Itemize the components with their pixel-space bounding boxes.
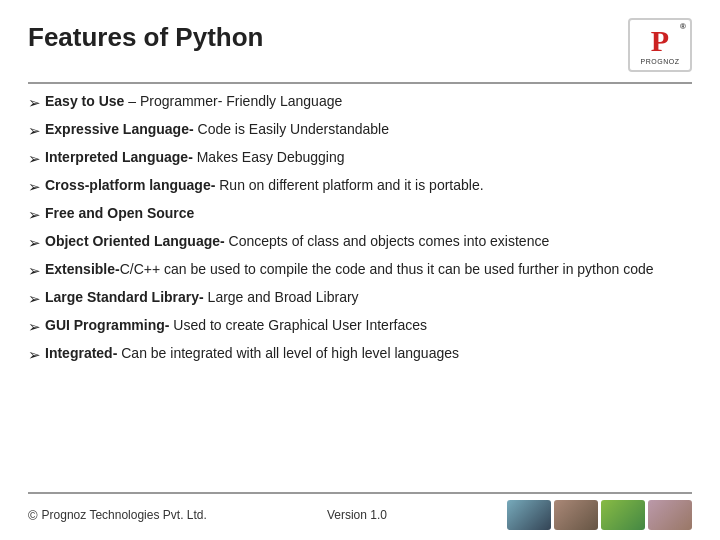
bullet-arrow: ➢: [28, 120, 41, 141]
bullet-arrow: ➢: [28, 232, 41, 253]
bullet-arrow: ➢: [28, 260, 41, 281]
bullet-bold: Expressive Language-: [45, 121, 194, 137]
company-name: Prognoz Technologies Pvt. Ltd.: [42, 508, 207, 522]
list-item: ➢ Large Standard Library- Large and Broa…: [28, 288, 692, 309]
footer-images: [507, 500, 692, 530]
bullet-arrow: ➢: [28, 176, 41, 197]
bullet-text: Free and Open Source: [45, 204, 194, 224]
bullet-rest: Code is Easily Understandable: [194, 121, 389, 137]
copyright-symbol: ©: [28, 508, 38, 523]
bullet-bold: GUI Programming-: [45, 317, 169, 333]
logo-dot: ®: [680, 22, 686, 31]
list-item: ➢ Interpreted Language- Makes Easy Debug…: [28, 148, 692, 169]
list-item: ➢ Easy to Use – Programmer- Friendly Lan…: [28, 92, 692, 113]
list-item: ➢ Free and Open Source: [28, 204, 692, 225]
bullet-list: ➢ Easy to Use – Programmer- Friendly Lan…: [28, 92, 692, 488]
bullet-bold: Extensible-: [45, 261, 120, 277]
bullet-bold: Interpreted Language-: [45, 149, 193, 165]
bullet-text: Interpreted Language- Makes Easy Debuggi…: [45, 148, 345, 168]
page-title: Features of Python: [28, 22, 263, 53]
list-item: ➢ Integrated- Can be integrated with all…: [28, 344, 692, 365]
bullet-arrow: ➢: [28, 92, 41, 113]
footer-image-2: [554, 500, 598, 530]
bullet-rest: Makes Easy Debugging: [193, 149, 345, 165]
page: Features of Python ® P PROGNOZ ➢ Easy to…: [0, 0, 720, 540]
footer-image-4: [648, 500, 692, 530]
bullet-bold: Large Standard Library-: [45, 289, 204, 305]
list-item: ➢ Object Oriented Language- Concepts of …: [28, 232, 692, 253]
bullet-bold: Object Oriented Language-: [45, 233, 225, 249]
bullet-text: Expressive Language- Code is Easily Unde…: [45, 120, 389, 140]
header: Features of Python ® P PROGNOZ: [28, 18, 692, 72]
footer-version: Version 1.0: [327, 508, 387, 522]
list-item: ➢ GUI Programming- Used to create Graphi…: [28, 316, 692, 337]
footer: © Prognoz Technologies Pvt. Ltd. Version…: [28, 492, 692, 530]
bullet-rest: Can be integrated with all level of high…: [117, 345, 459, 361]
footer-image-1: [507, 500, 551, 530]
bullet-rest: Run on different platform and it is port…: [215, 177, 483, 193]
bullet-rest: Large and Broad Library: [204, 289, 359, 305]
bullet-arrow: ➢: [28, 148, 41, 169]
list-item: ➢ Expressive Language- Code is Easily Un…: [28, 120, 692, 141]
bullet-text: Extensible-C/C++ can be used to compile …: [45, 260, 654, 280]
bullet-arrow: ➢: [28, 288, 41, 309]
bullet-arrow: ➢: [28, 204, 41, 225]
bullet-text: GUI Programming- Used to create Graphica…: [45, 316, 427, 336]
bullet-text: Large Standard Library- Large and Broad …: [45, 288, 359, 308]
footer-image-3: [601, 500, 645, 530]
bullet-bold: Cross-platform language-: [45, 177, 215, 193]
bullet-rest: Concepts of class and objects comes into…: [225, 233, 550, 249]
bullet-text: Cross-platform language- Run on differen…: [45, 176, 484, 196]
bullet-bold: Integrated-: [45, 345, 117, 361]
bullet-bold: Free and Open Source: [45, 205, 194, 221]
bullet-rest: Used to create Graphical User Interfaces: [169, 317, 427, 333]
list-item: ➢ Cross-platform language- Run on differ…: [28, 176, 692, 197]
bullet-rest: – Programmer- Friendly Language: [124, 93, 342, 109]
bullet-arrow: ➢: [28, 344, 41, 365]
top-divider: [28, 82, 692, 84]
bullet-text: Integrated- Can be integrated with all l…: [45, 344, 459, 364]
list-item: ➢ Extensible-C/C++ can be used to compil…: [28, 260, 692, 281]
bullet-rest: C/C++ can be used to compile the code an…: [120, 261, 654, 277]
bullet-text: Easy to Use – Programmer- Friendly Langu…: [45, 92, 342, 112]
bullet-arrow: ➢: [28, 316, 41, 337]
logo-letter: P: [651, 26, 669, 56]
logo: ® P PROGNOZ: [628, 18, 692, 72]
bullet-text: Object Oriented Language- Concepts of cl…: [45, 232, 549, 252]
bullet-bold: Easy to Use: [45, 93, 124, 109]
logo-name: PROGNOZ: [641, 58, 680, 65]
footer-company: © Prognoz Technologies Pvt. Ltd.: [28, 508, 207, 523]
